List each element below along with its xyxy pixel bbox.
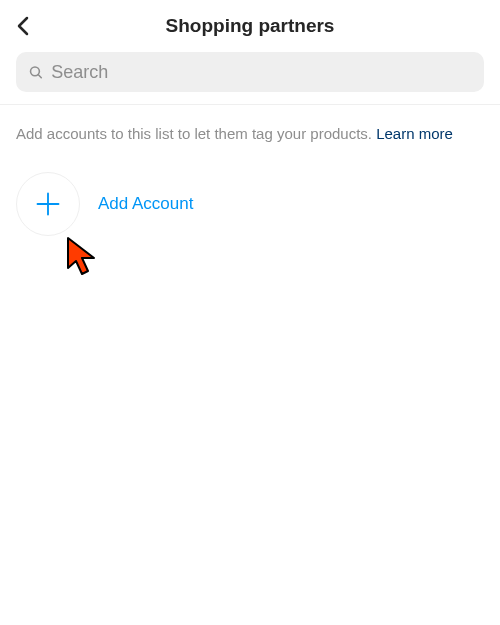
chevron-left-icon	[12, 14, 36, 38]
page-title: Shopping partners	[166, 15, 335, 37]
header: Shopping partners	[0, 0, 500, 52]
svg-marker-4	[68, 238, 94, 274]
search-field[interactable]	[16, 52, 484, 92]
search-icon	[28, 64, 43, 80]
svg-line-1	[38, 75, 41, 78]
info-text: Add accounts to this list to let them ta…	[0, 105, 500, 144]
search-container	[0, 52, 500, 104]
plus-icon	[34, 190, 62, 218]
add-account-label[interactable]: Add Account	[98, 194, 193, 214]
search-input[interactable]	[51, 62, 472, 83]
back-button[interactable]	[6, 8, 42, 44]
learn-more-link[interactable]: Learn more	[376, 125, 453, 142]
cursor-pointer-icon	[64, 236, 100, 284]
info-message: Add accounts to this list to let them ta…	[16, 125, 376, 142]
add-account-row: Add Account	[0, 144, 500, 236]
add-account-button[interactable]	[16, 172, 80, 236]
